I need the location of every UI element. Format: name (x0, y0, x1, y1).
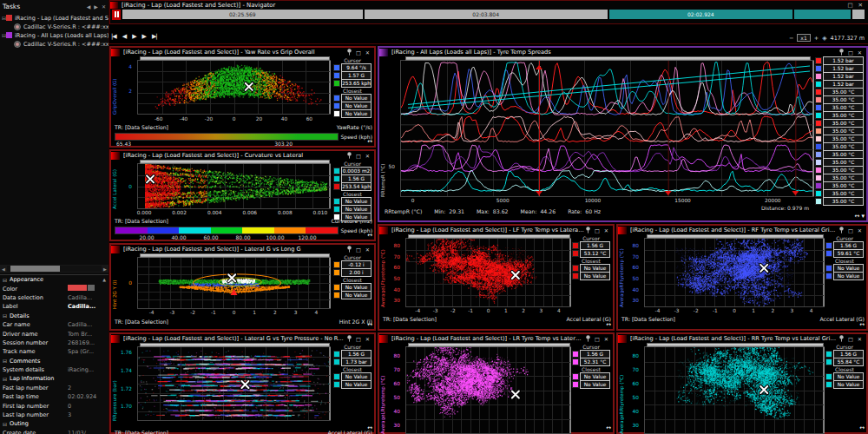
navigator-titlebar[interactable]: [iRacing - Lap (Load Fastest and Select)… (110, 1, 868, 9)
play-button[interactable]: ▶ (132, 33, 135, 40)
maximize-icon[interactable]: □ (847, 2, 852, 9)
chart-plot-area[interactable] (137, 60, 331, 115)
panel-titlebar[interactable]: [iRacing - Lap (Load Fastest and Select)… (111, 48, 374, 56)
property-row[interactable]: Fast lap number 2 (0, 384, 108, 392)
panel-titlebar[interactable]: [iRacing - All Laps (Loads all Laps)] - … (379, 48, 866, 56)
pin-icon[interactable] (839, 335, 844, 343)
property-value[interactable]: 02:02.924 (68, 393, 106, 400)
chart-canvas-curv[interactable] (138, 164, 330, 208)
task-tree-child[interactable]: Cadillac V-Series.R : <###:xxx( (14, 40, 108, 48)
property-value[interactable]: 2 (68, 385, 106, 391)
pin-icon[interactable] (347, 246, 352, 253)
close-icon[interactable]: ✕ (604, 227, 608, 233)
close-icon[interactable]: ✕ (604, 336, 608, 342)
property-row[interactable]: Create date 11/03/... (0, 429, 108, 434)
zoom-in-button[interactable]: + (814, 35, 819, 42)
close-icon[interactable]: ✕ (858, 49, 862, 56)
pin-icon[interactable] (839, 49, 844, 56)
sidebar-scrollbar[interactable]: ◀ ▶ (0, 265, 108, 273)
panel-titlebar[interactable]: [iRacing - Lap (Load Fastest and Select)… (618, 226, 866, 234)
property-value[interactable]: Cadilla... (68, 294, 106, 301)
maximize-icon[interactable]: □ (595, 336, 600, 342)
timeline-segment[interactable]: 02:03.804 (365, 10, 608, 19)
maximize-icon[interactable]: □ (356, 247, 361, 253)
maximize-icon[interactable]: □ (848, 49, 853, 56)
chart-canvas-lr[interactable] (406, 347, 570, 433)
collapse-icon[interactable]: ⊟ (3, 421, 7, 427)
panel-titlebar[interactable]: [iRacing - Lap (Load Fastest and Select)… (618, 334, 866, 343)
property-value[interactable]: Cadilla... (68, 321, 106, 328)
chart-plot-area[interactable] (405, 346, 571, 434)
property-group[interactable]: ⊟ Outing (0, 419, 108, 428)
property-value[interactable]: Tom Br... (68, 331, 106, 338)
color-dropdown[interactable] (88, 285, 95, 291)
timeline-segment[interactable] (794, 10, 851, 19)
chart-canvas-lf[interactable] (406, 239, 570, 306)
panel-titlebar[interactable]: [iRacing - Lap (Load Fastest and Select)… (379, 334, 613, 343)
property-row[interactable]: Driver name Tom Br... (0, 329, 108, 338)
navigator-timeline[interactable]: 02:25.56902:03.80402:02.924 (110, 9, 868, 20)
panel-titlebar[interactable]: [iRacing - Lap (Load Fastest and Select)… (111, 151, 374, 160)
maximize-icon[interactable]: □ (356, 49, 361, 56)
property-row[interactable]: Label Cadilla... (0, 302, 108, 311)
property-row[interactable]: Track name Spa (Gr... (0, 347, 108, 356)
maximize-icon[interactable]: □ (848, 336, 853, 342)
property-row[interactable]: Last lap number 3 (0, 411, 108, 419)
pin-icon[interactable] (347, 152, 352, 160)
chart-canvas-press[interactable] (138, 347, 330, 420)
step-back-button[interactable]: ◀ (122, 33, 126, 40)
scroll-left-icon[interactable]: ◀ (0, 266, 7, 272)
chart-plot-area[interactable] (644, 238, 825, 307)
chart-plot-area[interactable] (137, 346, 331, 421)
maximize-icon[interactable]: □ (356, 153, 361, 159)
chart-canvas-rf[interactable] (645, 239, 824, 306)
panel-titlebar[interactable]: [iRacing - Lap (Load Fastest and Select)… (111, 245, 374, 253)
tasks-next-icon[interactable]: ▶ (94, 3, 98, 10)
pin-icon[interactable] (347, 49, 352, 56)
resize-handle-icon[interactable]: ↔ (859, 322, 865, 328)
close-icon[interactable]: ✕ (365, 153, 370, 159)
tasks-prev-icon[interactable]: ◀ (87, 3, 91, 10)
pause-button[interactable] (112, 10, 121, 20)
chart-plot-area[interactable] (400, 60, 814, 197)
resize-handle-icon[interactable]: ↔ (606, 425, 611, 431)
property-value[interactable]: 3 (68, 411, 106, 418)
property-row[interactable]: Color (0, 284, 108, 293)
chart-canvas-yaw[interactable] (138, 61, 330, 114)
chart-plot-area[interactable] (405, 238, 571, 307)
chart-canvas-latg[interactable] (138, 258, 330, 308)
maximize-icon[interactable]: □ (356, 336, 361, 342)
property-group[interactable]: ⊟ Appearance▲ (0, 275, 108, 284)
property-value[interactable]: Spa (Gr... (68, 348, 106, 355)
timeline-segment[interactable]: 02:02.924 (609, 10, 792, 19)
navigate-icon[interactable]: ◈ (822, 35, 826, 42)
close-icon[interactable]: ✕ (858, 336, 862, 342)
task-tree-item[interactable]: ⊟ iRacing - All Laps (Loads all Laps) (2, 31, 108, 39)
property-group[interactable]: ⊟ Lap Information (0, 374, 108, 383)
task-tree-child[interactable]: Cadillac V-Series.R : <###:xxx( (14, 23, 108, 30)
task-tree-item[interactable]: ⊟ iRacing - Lap (Load Fastest and Se (2, 14, 108, 22)
close-icon[interactable]: ✕ (858, 227, 862, 233)
property-row[interactable]: Data selection Cadilla... (0, 293, 108, 302)
property-row[interactable]: System details iRacing... (0, 365, 108, 374)
close-icon[interactable]: ✕ (365, 247, 370, 253)
close-icon[interactable]: ✕ (858, 2, 863, 9)
zoom-level[interactable]: x1 (797, 34, 810, 42)
scrollbar-track[interactable] (7, 266, 102, 272)
property-value[interactable]: 0 (68, 403, 106, 410)
chart-plot-area[interactable] (137, 163, 331, 209)
resize-handle-icon[interactable]: ↔ (367, 425, 372, 431)
skip-start-button[interactable]: |◀ (111, 33, 116, 40)
property-value[interactable]: 268169... (68, 339, 106, 346)
close-icon[interactable]: ✕ (365, 49, 370, 56)
collapse-icon[interactable]: ⊟ (3, 277, 7, 283)
pin-icon[interactable] (839, 227, 844, 234)
property-color-value[interactable] (68, 285, 106, 293)
color-swatch[interactable] (68, 285, 87, 291)
collapse-icon[interactable]: ⊟ (3, 358, 7, 364)
skip-end-button[interactable]: ▶| (152, 33, 157, 40)
property-row[interactable]: Session number 268169... (0, 339, 108, 347)
property-value[interactable]: Cadilla... (68, 303, 106, 310)
property-row[interactable]: First lap number 0 (0, 401, 108, 410)
property-row[interactable]: Car name Cadilla... (0, 320, 108, 329)
